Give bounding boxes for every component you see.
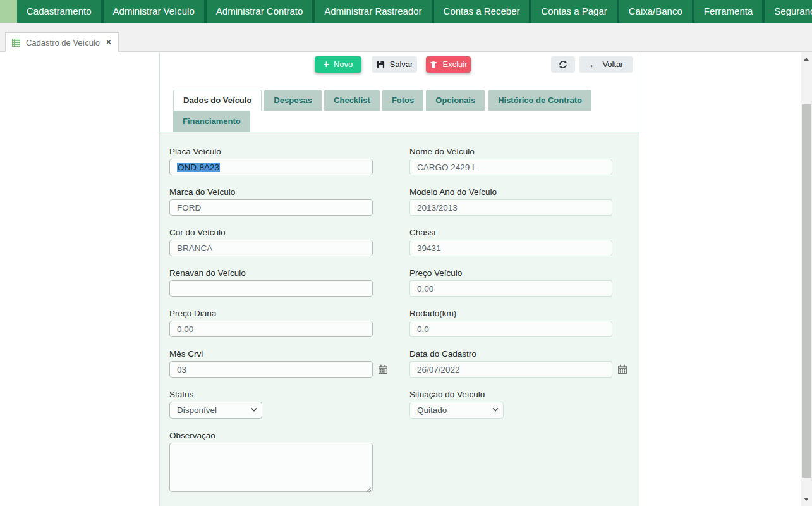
field-preco-veiculo: Preço Veículo	[409, 268, 612, 297]
refresh-button[interactable]	[551, 56, 575, 73]
field-data-cadastro: Data do Cadastro	[409, 349, 612, 378]
renavan-input[interactable]	[169, 280, 373, 297]
page-content: + Novo Salvar Excluir	[0, 52, 801, 506]
vehicle-form: Placa Veículo OND-8A23 Nome do Veículo M…	[169, 147, 639, 495]
preco-diaria-label: Preço Diária	[169, 309, 373, 318]
field-nome: Nome do Veículo	[409, 147, 612, 175]
rodado-label: Rodado(km)	[409, 309, 612, 318]
mes-crvl-label: Mês Crvl	[169, 349, 373, 359]
nome-label: Nome do Veículo	[409, 147, 612, 156]
marca-input[interactable]	[169, 199, 373, 216]
menu-strip: Cadastramento Administrar Veículo Admini…	[17, 0, 788, 23]
placa-label: Placa Veículo	[169, 147, 373, 156]
field-preco-diaria: Preço Diária	[169, 309, 373, 337]
scroll-up-arrow-icon[interactable]	[804, 58, 809, 61]
field-cor: Cor do Veículo	[169, 228, 373, 256]
window-tab-label: Cadastro de Veículo	[26, 38, 100, 47]
tab-financiamento[interactable]: Financiamento	[173, 111, 250, 132]
table-grid-icon	[12, 38, 20, 47]
preco-diaria-input[interactable]	[169, 321, 373, 337]
vertical-scrollbar[interactable]	[801, 52, 812, 506]
menu-item-administrar-rastreador[interactable]: Administrar Rastreador	[315, 0, 431, 23]
data-cadastro-input[interactable]	[409, 361, 612, 378]
observacao-label: Observação	[169, 431, 373, 440]
mes-crvl-input[interactable]	[169, 361, 373, 378]
cor-label: Cor do Veículo	[169, 228, 373, 237]
tab-opcionais[interactable]: Opcionais	[426, 90, 485, 111]
tab-historico-de-contrato[interactable]: Histórico de Contrato	[488, 90, 591, 111]
status-label: Status	[169, 390, 373, 399]
window-tab-strip: Cadastro de Veículo ×	[0, 23, 812, 52]
placa-selected-text: OND-8A23	[177, 163, 220, 172]
menu-item-administrar-contrato[interactable]: Administrar Contrato	[207, 0, 313, 23]
close-icon[interactable]: ×	[106, 38, 112, 47]
vehicle-card: + Novo Salvar Excluir	[159, 52, 639, 506]
tab-fotos[interactable]: Fotos	[382, 90, 423, 111]
tab-checklist[interactable]: Checklist	[324, 90, 380, 111]
renavan-label: Renavan do Veículo	[169, 268, 373, 278]
rodado-input[interactable]	[409, 321, 612, 337]
marca-label: Marca do Veículo	[169, 187, 373, 197]
tab-despesas[interactable]: Despesas	[264, 90, 322, 111]
menu-item-administrar-veiculo[interactable]: Administrar Veículo	[104, 0, 204, 23]
trash-icon	[429, 60, 438, 69]
field-situacao: Situação do Veículo Quitado	[409, 390, 612, 419]
tab-dados-do-veiculo[interactable]: Dados do Veículo	[173, 90, 262, 111]
action-toolbar: + Novo Salvar Excluir	[160, 56, 639, 73]
field-placa: Placa Veículo OND-8A23	[169, 147, 373, 175]
plus-icon: +	[324, 59, 329, 70]
refresh-icon	[558, 59, 568, 70]
situacao-select[interactable]: Quitado	[409, 402, 504, 419]
voltar-button[interactable]: ← Voltar	[579, 56, 633, 73]
calendar-icon[interactable]	[378, 364, 388, 374]
menu-item-contas-a-pagar[interactable]: Contas a Pagar	[531, 0, 616, 23]
chassi-label: Chassi	[409, 228, 612, 237]
field-rodado: Rodado(km)	[409, 309, 612, 337]
novo-button[interactable]: + Novo	[315, 56, 361, 73]
field-modelo-ano: Modelo Ano do Veículo	[409, 187, 612, 216]
menu-item-cadastramento[interactable]: Cadastramento	[17, 0, 101, 23]
observacao-textarea[interactable]	[169, 443, 373, 492]
window-tab-cadastro-de-veiculo[interactable]: Cadastro de Veículo ×	[5, 32, 119, 52]
preco-veiculo-label: Preço Veículo	[409, 268, 612, 278]
scrollbar-thumb[interactable]	[802, 104, 811, 478]
field-observacao: Observação	[169, 431, 373, 495]
data-cadastro-label: Data do Cadastro	[409, 349, 612, 359]
salvar-button[interactable]: Salvar	[372, 56, 417, 73]
field-marca: Marca do Veículo	[169, 187, 373, 216]
situacao-label: Situação do Veículo	[409, 390, 612, 399]
calendar-icon[interactable]	[617, 364, 627, 374]
menu-item-seguranca[interactable]: Segurança	[765, 0, 812, 23]
main-menubar: Cadastramento Administrar Veículo Admini…	[0, 0, 812, 23]
vehicle-form-panel: Placa Veículo OND-8A23 Nome do Veículo M…	[160, 132, 639, 506]
chassi-input[interactable]	[409, 240, 612, 256]
excluir-button[interactable]: Excluir	[426, 56, 471, 73]
field-renavan: Renavan do Veículo	[169, 268, 373, 297]
placa-input[interactable]: OND-8A23	[169, 159, 373, 175]
preco-veiculo-input[interactable]	[409, 280, 612, 297]
back-arrow-icon: ←	[588, 59, 598, 69]
field-chassi: Chassi	[409, 228, 612, 256]
save-icon	[376, 59, 385, 69]
detail-tabs-row1: Dados do Veículo Despesas Checklist Foto…	[160, 90, 639, 111]
modelo-ano-input[interactable]	[409, 199, 612, 216]
field-empty	[409, 431, 612, 495]
status-select[interactable]: Disponível	[169, 402, 262, 419]
field-status: Status Disponível	[169, 390, 373, 419]
cor-input[interactable]	[169, 240, 373, 256]
field-mes-crvl: Mês Crvl	[169, 349, 373, 378]
detail-tabs-row2: Financiamento	[160, 111, 639, 132]
nome-input[interactable]	[409, 159, 612, 175]
menu-item-caixa-banco[interactable]: Caixa/Banco	[619, 0, 692, 23]
menu-item-contas-a-receber[interactable]: Contas a Receber	[434, 0, 530, 23]
modelo-ano-label: Modelo Ano do Veículo	[409, 187, 612, 197]
scroll-down-arrow-icon[interactable]	[804, 498, 809, 501]
menu-item-ferramenta[interactable]: Ferramenta	[694, 0, 763, 23]
